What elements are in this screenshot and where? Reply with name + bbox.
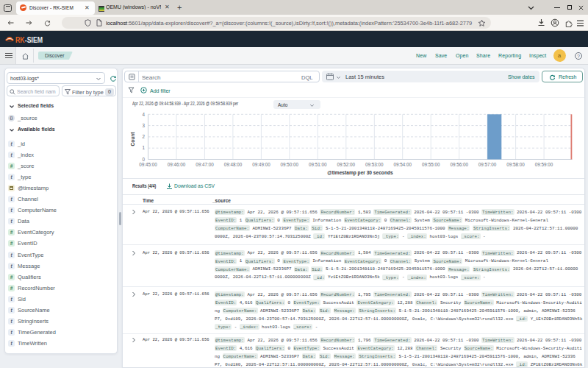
svg-text:09:49:00: 09:49:00 [252,162,270,167]
svg-text:2: 2 [142,134,145,139]
svg-text:Count: Count [130,132,135,146]
svg-text:1: 1 [142,145,145,150]
svg-text:3: 3 [142,123,145,128]
svg-text:4: 4 [142,112,145,117]
svg-text:09:45:00: 09:45:00 [139,162,157,167]
svg-text:09:52:00: 09:52:00 [337,162,356,167]
svg-text:09:57:00: 09:57:00 [478,162,497,167]
svg-text:09:48:00: 09:48:00 [224,162,243,167]
svg-text:09:54:00: 09:54:00 [393,162,412,167]
svg-text:09:46:00: 09:46:00 [168,162,186,167]
svg-text:09:51:00: 09:51:00 [309,162,327,167]
svg-text:09:50:00: 09:50:00 [281,162,299,167]
svg-text:09:47:00: 09:47:00 [196,162,214,167]
svg-text:09:59:00: 09:59:00 [535,162,553,167]
svg-text:09:55:00: 09:55:00 [422,162,440,167]
svg-text:09:58:00: 09:58:00 [506,162,525,167]
svg-text:09:53:00: 09:53:00 [365,162,384,167]
svg-text:09:56:00: 09:56:00 [450,162,468,167]
svg-text:@timestamp per 30 seconds: @timestamp per 30 seconds [327,170,393,176]
